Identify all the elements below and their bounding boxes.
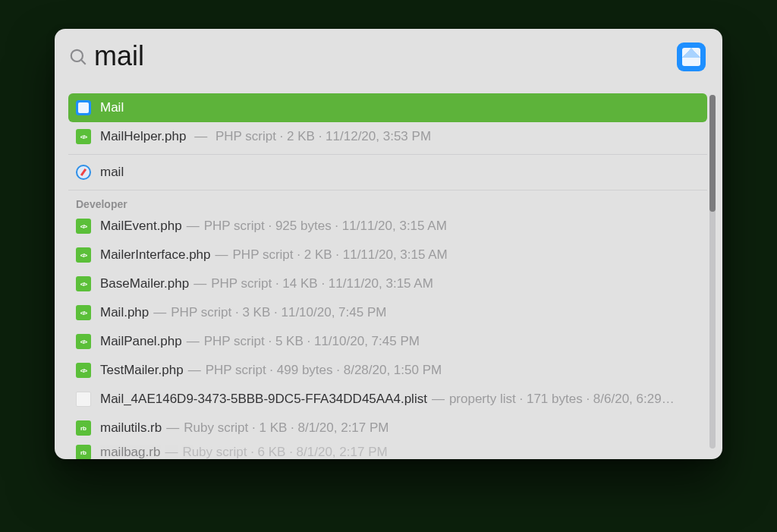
- result-date: 8/28/20, 1:50 PM: [344, 363, 442, 377]
- result-date: 8/1/20, 2:17 PM: [297, 445, 388, 459]
- result-date: 11/11/20, 3:15 AM: [343, 247, 448, 262]
- result-kind: PHP script: [171, 305, 231, 320]
- result-size: 2 KB: [287, 129, 315, 143]
- scrollbar-thumb[interactable]: [709, 95, 716, 212]
- result-name: MailHelper.php: [100, 129, 186, 143]
- result-kind: PHP script: [206, 363, 266, 377]
- result-name: mailutils.rb: [100, 420, 162, 435]
- php-file-icon: [76, 276, 91, 291]
- result-name: Mail_4AE146D9-3473-5BBB-9DC5-FFA34DD45AA…: [100, 392, 427, 406]
- svg-point-0: [71, 49, 83, 61]
- search-input[interactable]: [88, 39, 677, 75]
- php-file-icon: [76, 129, 91, 144]
- result-size: 1 KB: [259, 420, 287, 435]
- result-date: 11/10/20, 7:45 PM: [281, 305, 386, 320]
- ruby-file-icon: [76, 445, 91, 459]
- result-date: 11/11/20, 3:15 AM: [342, 219, 447, 233]
- result-size: 3 KB: [242, 305, 270, 320]
- result-name: MailPanel.php: [100, 334, 182, 348]
- result-date: 11/12/20, 3:53 PM: [326, 129, 431, 143]
- safari-icon: [76, 165, 91, 180]
- top-hit-row[interactable]: Mail: [68, 93, 707, 122]
- result-size: 5 KB: [275, 334, 304, 348]
- search-bar: [55, 29, 722, 84]
- result-date: 8/1/20, 2:17 PM: [297, 420, 388, 435]
- result-kind: property list: [449, 392, 516, 406]
- result-kind: Ruby script: [184, 420, 248, 435]
- result-row[interactable]: TestMailer.php—PHP script · 499 bytes · …: [68, 356, 707, 385]
- result-kind: PHP script: [204, 334, 265, 348]
- result-row[interactable]: mailbag.rb—Ruby script · 6 KB · 8/1/20, …: [68, 442, 707, 459]
- result-name: BaseMailer.php: [100, 276, 189, 291]
- plist-file-icon: [76, 392, 91, 407]
- php-file-icon: [76, 334, 91, 349]
- results-list: Mail MailHelper.php — PHP script · 2 KB …: [55, 84, 722, 459]
- php-file-icon: [76, 247, 91, 263]
- result-row[interactable]: BaseMailer.php—PHP script · 14 KB · 11/1…: [68, 269, 707, 298]
- search-icon: [68, 47, 88, 67]
- result-size: 925 bytes: [275, 219, 332, 233]
- result-date: 11/11/20, 3:15 AM: [329, 276, 433, 291]
- top-hit-preview-mail-icon: [677, 42, 706, 71]
- result-kind: PHP script: [215, 129, 276, 143]
- ruby-file-icon: [76, 420, 91, 436]
- result-name: Mail: [100, 100, 124, 115]
- php-file-icon: [76, 219, 91, 234]
- divider: [68, 154, 707, 155]
- developer-section: MailEvent.php—PHP script · 925 bytes · 1…: [68, 212, 707, 459]
- result-row[interactable]: Mail.php—PHP script · 3 KB · 11/10/20, 7…: [68, 298, 707, 327]
- result-kind: Ruby script: [182, 445, 247, 459]
- php-file-icon: [76, 305, 91, 320]
- result-name: Mail.php: [100, 305, 149, 320]
- result-row[interactable]: MailEvent.php—PHP script · 925 bytes · 1…: [68, 212, 707, 241]
- scrollbar[interactable]: [709, 95, 716, 449]
- result-name: mailbag.rb: [100, 445, 160, 459]
- result-name: TestMailer.php: [100, 363, 184, 377]
- result-row[interactable]: mailutils.rb—Ruby script · 1 KB · 8/1/20…: [68, 414, 707, 442]
- result-size: 171 bytes: [527, 392, 583, 406]
- spotlight-window: Mail MailHelper.php — PHP script · 2 KB …: [55, 29, 722, 459]
- divider: [68, 190, 707, 190]
- result-name: MailEvent.php: [100, 219, 182, 233]
- section-header-developer: Developer: [68, 194, 707, 212]
- web-suggestion-row[interactable]: mail: [68, 158, 707, 187]
- mail-app-icon: [76, 100, 91, 115]
- php-file-icon: [76, 363, 91, 378]
- result-row[interactable]: MailPanel.php—PHP script · 5 KB · 11/10/…: [68, 327, 707, 356]
- result-date: 8/6/20, 6:29…: [593, 392, 675, 406]
- result-size: 6 KB: [258, 445, 286, 459]
- result-kind: PHP script: [204, 219, 265, 233]
- result-name: mail: [100, 165, 124, 180]
- result-row[interactable]: Mail_4AE146D9-3473-5BBB-9DC5-FFA34DD45AA…: [68, 385, 707, 414]
- svg-line-1: [81, 60, 85, 64]
- result-kind: PHP script: [211, 276, 272, 291]
- result-size: 14 KB: [282, 276, 317, 291]
- result-row[interactable]: MailerInterface.php—PHP script · 2 KB · …: [68, 241, 707, 269]
- result-name: MailerInterface.php: [100, 247, 211, 262]
- result-size: 2 KB: [304, 247, 332, 262]
- result-size: 499 bytes: [277, 363, 333, 377]
- result-kind: PHP script: [233, 247, 294, 262]
- result-row[interactable]: MailHelper.php — PHP script · 2 KB · 11/…: [68, 122, 707, 151]
- result-date: 11/10/20, 7:45 PM: [314, 334, 420, 348]
